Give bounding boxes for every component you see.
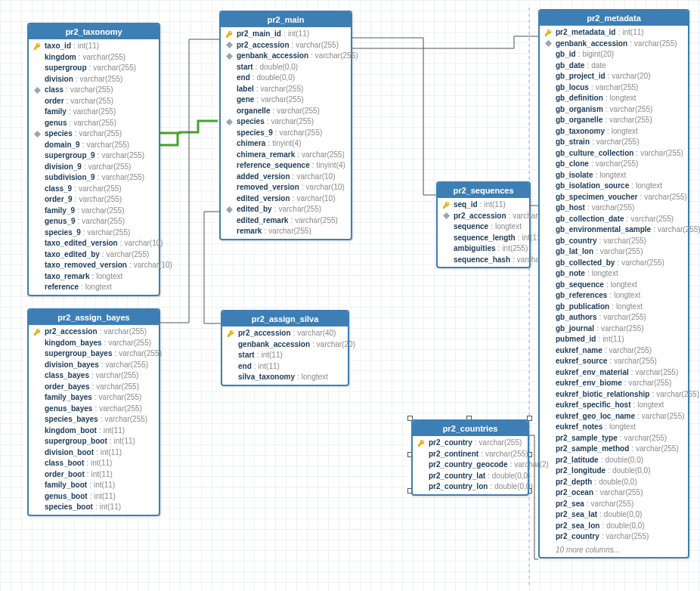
column-row[interactable]: pr2_country_lon: double(0,0) xyxy=(413,481,528,493)
column-row[interactable]: end: double(0,0) xyxy=(221,73,351,84)
column-row[interactable]: supergroup_bayes: varchar(255) xyxy=(29,348,159,360)
column-row[interactable]: order_boot: int(11) xyxy=(29,469,159,481)
column-row[interactable]: gb_isolation_source: longtext xyxy=(540,181,688,192)
table-header[interactable]: pr2_assign_bayes xyxy=(29,310,159,325)
column-row[interactable]: pr2_country: varchar(255) xyxy=(540,531,688,543)
table-header[interactable]: pr2_main xyxy=(221,12,351,27)
column-row[interactable]: gb_publication: longtext xyxy=(540,302,688,313)
column-row[interactable]: gb_environmental_sample: varchar(255) xyxy=(540,224,688,236)
column-row[interactable]: pr2_continent: varchar(255) xyxy=(413,449,528,460)
column-row[interactable]: class: varchar(255) xyxy=(29,85,159,96)
column-row[interactable]: genus_boot: int(11) xyxy=(29,491,159,503)
column-row[interactable]: order_9: varchar(255) xyxy=(29,194,159,206)
column-row[interactable]: class_9: varchar(255) xyxy=(29,184,159,195)
table-header[interactable]: pr2_countries xyxy=(413,421,528,436)
column-row[interactable]: family_bayes: varchar(255) xyxy=(29,392,159,404)
column-row[interactable]: pr2_sea_lat: double(0,0) xyxy=(540,509,688,521)
column-row[interactable]: genbank_accession: varchar(255) xyxy=(540,39,688,50)
column-row[interactable]: gb_date: date xyxy=(540,60,688,72)
column-row[interactable]: class_boot: int(11) xyxy=(29,458,159,469)
column-row[interactable]: genbank_accession: varchar(20) xyxy=(222,339,348,351)
column-row[interactable]: pr2_ocean: varchar(255) xyxy=(540,487,688,499)
table-pr2_main[interactable]: pr2_mainpr2_main_id: int(11)pr2_accessio… xyxy=(219,11,352,240)
column-row[interactable]: order_bayes: varchar(255) xyxy=(29,382,159,393)
column-row[interactable]: gb_collected_by: varchar(255) xyxy=(540,258,688,269)
column-row[interactable]: edited_remark: varchar(255) xyxy=(221,215,351,227)
column-row[interactable]: gb_references: longtext xyxy=(540,290,688,302)
column-row[interactable]: gb_taxonomy: longtext xyxy=(540,126,688,138)
column-row[interactable]: division: varchar(255) xyxy=(29,74,159,85)
table-pr2_taxonomy[interactable]: pr2_taxonomytaxo_id: int(11)kingdom: var… xyxy=(27,23,160,296)
column-row[interactable]: gb_organism: varchar(255) xyxy=(540,104,688,116)
column-row[interactable]: gb_culture_collection: varchar(255) xyxy=(540,148,688,159)
column-row[interactable]: pr2_longitude: double(0,0) xyxy=(540,466,688,477)
column-row[interactable]: reference: longtext xyxy=(29,282,159,293)
column-row[interactable]: eukref_notes: longtext xyxy=(540,422,688,433)
column-row[interactable]: gb_isolate: longtext xyxy=(540,170,688,181)
column-row[interactable]: domain_9: varchar(255) xyxy=(29,140,159,151)
column-row[interactable]: pubmed_id: int(11) xyxy=(540,334,688,345)
column-row[interactable]: start: int(11) xyxy=(222,350,348,361)
column-row[interactable]: pr2_latitude: double(0,0) xyxy=(540,455,688,466)
column-row[interactable]: kingdom: varchar(255) xyxy=(29,52,159,63)
column-row[interactable]: pr2_accession: varchar(255) xyxy=(438,211,529,222)
column-row[interactable]: class_bayes: varchar(255) xyxy=(29,370,159,382)
column-row[interactable]: species_9: varchar(255) xyxy=(221,128,351,139)
column-row[interactable]: species_boot: int(11) xyxy=(29,502,159,513)
column-row[interactable]: gb_id: bigint(20) xyxy=(540,49,688,60)
column-row[interactable]: chimera: tinyint(4) xyxy=(221,138,351,150)
column-row[interactable]: edited_version: varchar(10) xyxy=(221,193,351,205)
column-row[interactable]: gb_sequence: longtext xyxy=(540,280,688,291)
column-row[interactable]: taxo_edited_version: varchar(10) xyxy=(29,238,159,249)
column-row[interactable]: taxo_id: int(11) xyxy=(29,41,159,52)
table-pr2_sequences[interactable]: pr2_sequencesseq_id: int(11)pr2_accessio… xyxy=(436,181,531,268)
column-row[interactable]: species_9: varchar(255) xyxy=(29,227,159,239)
column-row[interactable]: remark: varchar(255) xyxy=(221,226,351,237)
column-row[interactable]: gene: varchar(255) xyxy=(221,94,351,106)
column-row[interactable]: division_boot: int(11) xyxy=(29,447,159,459)
column-row[interactable]: order: varchar(255) xyxy=(29,96,159,107)
column-row[interactable]: gb_host: varchar(255) xyxy=(540,203,688,214)
column-row[interactable]: pr2_accession: varchar(40) xyxy=(222,328,348,339)
column-row[interactable]: gb_collection_date: varchar(255) xyxy=(540,214,688,225)
table-header[interactable]: pr2_assign_silva xyxy=(222,311,348,326)
column-row[interactable]: ambiguities: int(255) xyxy=(438,243,529,255)
column-row[interactable]: genus_bayes: varchar(255) xyxy=(29,404,159,415)
column-row[interactable]: species: varchar(255) xyxy=(221,116,351,128)
column-row[interactable]: division_9: varchar(255) xyxy=(29,162,159,173)
column-row[interactable]: family: varchar(255) xyxy=(29,107,159,118)
column-row[interactable]: pr2_accession: varchar(255) xyxy=(29,326,159,338)
column-row[interactable]: eukref_env_material: varchar(255) xyxy=(540,367,688,379)
column-row[interactable]: subdivision_9: varchar(255) xyxy=(29,172,159,184)
column-row[interactable]: seq_id: int(11) xyxy=(438,200,529,211)
column-row[interactable]: added_version: varchar(10) xyxy=(221,172,351,183)
column-row[interactable]: gb_authors: varchar(255) xyxy=(540,312,688,323)
column-row[interactable]: gb_lat_lon: varchar(255) xyxy=(540,246,688,258)
column-row[interactable]: division_bayes: varchar(255) xyxy=(29,360,159,371)
column-row[interactable]: edited_by: varchar(255) xyxy=(221,204,351,215)
column-row[interactable]: silva_taxonomy: longtext xyxy=(222,372,348,383)
table-pr2_metadata[interactable]: pr2_metadatapr2_metadata_id: int(11)genb… xyxy=(538,9,689,559)
column-row[interactable]: pr2_depth: double(0,0) xyxy=(540,477,688,488)
column-row[interactable]: genus: varchar(255) xyxy=(29,118,159,129)
table-pr2_assign_silva[interactable]: pr2_assign_silvapr2_accession: varchar(4… xyxy=(221,310,349,386)
column-row[interactable]: pr2_country: varchar(255) xyxy=(413,438,528,449)
column-row[interactable]: species: varchar(255) xyxy=(29,128,159,140)
column-row[interactable]: end: int(11) xyxy=(222,361,348,373)
column-row[interactable]: gb_definition: longtext xyxy=(540,93,688,104)
column-row[interactable]: pr2_main_id: int(11) xyxy=(221,29,351,40)
column-row[interactable]: supergroup_9: varchar(255) xyxy=(29,150,159,162)
column-row[interactable]: family_9: varchar(255) xyxy=(29,206,159,217)
column-row[interactable]: sequence: longtext xyxy=(438,221,529,233)
column-row[interactable]: supergroup_boot: int(11) xyxy=(29,436,159,447)
column-row[interactable]: supergroup: varchar(255) xyxy=(29,63,159,74)
column-row[interactable]: reference_sequence: tinyint(4) xyxy=(221,160,351,172)
column-row[interactable]: eukref_biotic_relationship: varchar(255) xyxy=(540,389,688,401)
column-row[interactable]: taxo_removed_version: varchar(10) xyxy=(29,260,159,271)
column-row[interactable]: gb_locus: varchar(255) xyxy=(540,82,688,94)
column-row[interactable]: gb_journal: varchar(255) xyxy=(540,323,688,335)
column-row[interactable]: gb_organelle: varchar(255) xyxy=(540,115,688,126)
column-row[interactable]: gb_specimen_voucher: varchar(255) xyxy=(540,192,688,203)
column-row[interactable]: removed_version: varchar(10) xyxy=(221,182,351,193)
column-row[interactable]: pr2_sea: varchar(255) xyxy=(540,499,688,510)
